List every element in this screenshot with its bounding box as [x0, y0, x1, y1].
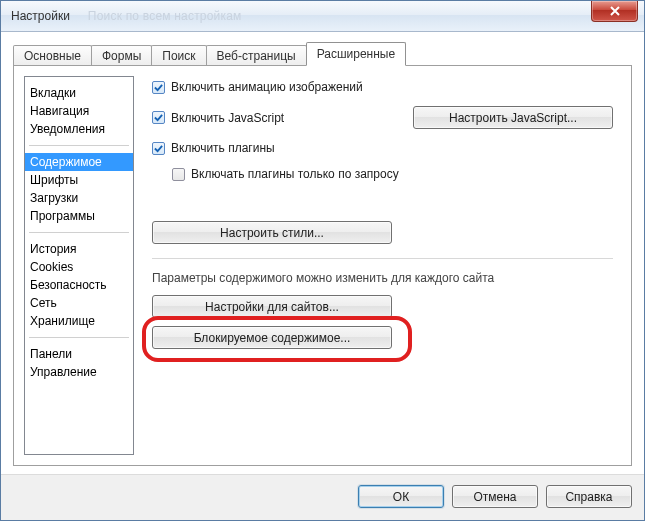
titlebar[interactable]: Настройки Поиск по всем настройкам	[1, 1, 644, 32]
tabpage-advanced: Вкладки Навигация Уведомления Содержимое…	[13, 65, 632, 466]
checkbox-plugins-ondemand[interactable]	[172, 168, 185, 181]
sidebar-item-fonts[interactable]: Шрифты	[25, 171, 133, 189]
tab-search[interactable]: Поиск	[151, 45, 206, 66]
sidebar-item-content[interactable]: Содержимое	[25, 153, 133, 171]
sidebar-item-storage[interactable]: Хранилище	[25, 312, 133, 330]
checkbox-javascript[interactable]	[152, 111, 165, 124]
sidebar-divider	[29, 337, 129, 338]
blocked-content-button[interactable]: Блокируемое содержимое...	[152, 326, 392, 349]
sidebar-item-navigation[interactable]: Навигация	[25, 102, 133, 120]
sidebar-item-programs[interactable]: Программы	[25, 207, 133, 225]
checkbox-animation[interactable]	[152, 81, 165, 94]
sidebar-item-management[interactable]: Управление	[25, 363, 133, 381]
sidebar[interactable]: Вкладки Навигация Уведомления Содержимое…	[24, 76, 134, 455]
ok-button[interactable]: ОК	[358, 485, 444, 508]
help-button[interactable]: Справка	[546, 485, 632, 508]
check-icon	[154, 144, 163, 153]
sidebar-item-tabs[interactable]: Вкладки	[25, 84, 133, 102]
settings-dialog: Настройки Поиск по всем настройкам Основ…	[0, 0, 645, 521]
sidebar-item-security[interactable]: Безопасность	[25, 276, 133, 294]
tab-general[interactable]: Основные	[13, 45, 92, 66]
sidebar-item-downloads[interactable]: Загрузки	[25, 189, 133, 207]
sidebar-item-panels[interactable]: Панели	[25, 345, 133, 363]
window-title: Настройки	[1, 9, 70, 23]
label-animation: Включить анимацию изображений	[171, 80, 363, 94]
tab-webpages[interactable]: Веб-страницы	[206, 45, 307, 66]
tabstrip: Основные Формы Поиск Веб-страницы Расшир…	[13, 42, 632, 65]
client-area: Основные Формы Поиск Веб-страницы Расшир…	[1, 32, 644, 474]
sidebar-divider	[29, 145, 129, 146]
site-settings-button[interactable]: Настройки для сайтов...	[152, 295, 392, 318]
cancel-button[interactable]: Отмена	[452, 485, 538, 508]
configure-javascript-button[interactable]: Настроить JavaScript...	[413, 106, 613, 129]
content-pane: Включить анимацию изображений Включить J…	[134, 66, 631, 465]
check-icon	[154, 113, 163, 122]
configure-styles-button[interactable]: Настроить стили...	[152, 221, 392, 244]
label-plugins-ondemand: Включать плагины только по запросу	[191, 167, 399, 181]
sidebar-item-history[interactable]: История	[25, 240, 133, 258]
sidebar-divider	[29, 232, 129, 233]
tab-forms[interactable]: Формы	[91, 45, 152, 66]
label-plugins: Включить плагины	[171, 141, 275, 155]
tab-advanced[interactable]: Расширенные	[306, 42, 407, 66]
sidebar-item-cookies[interactable]: Cookies	[25, 258, 133, 276]
per-site-description: Параметры содержимого можно изменить для…	[152, 271, 613, 285]
content-divider	[152, 258, 613, 259]
close-button[interactable]	[591, 1, 638, 22]
close-icon	[610, 6, 620, 16]
checkbox-plugins[interactable]	[152, 142, 165, 155]
sidebar-item-network[interactable]: Сеть	[25, 294, 133, 312]
titlebar-ghost-text: Поиск по всем настройкам	[88, 9, 242, 23]
check-icon	[154, 83, 163, 92]
dialog-buttons: ОК Отмена Справка	[1, 474, 644, 520]
sidebar-item-notifications[interactable]: Уведомления	[25, 120, 133, 138]
label-javascript: Включить JavaScript	[171, 111, 284, 125]
